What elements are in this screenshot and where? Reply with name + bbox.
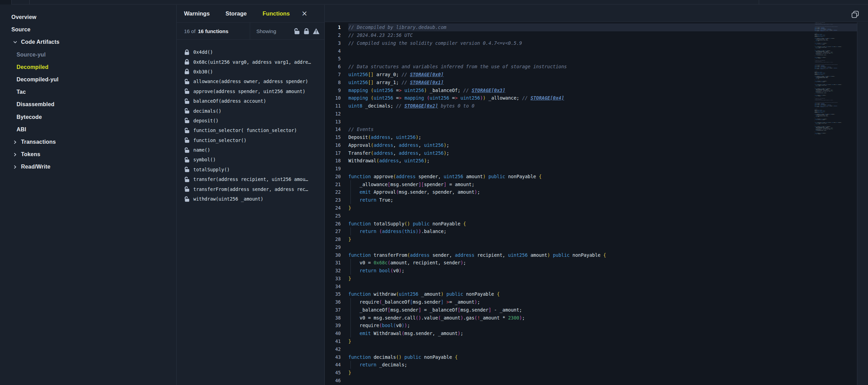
storage-link[interactable]: STORAGE[0x0] [410, 72, 444, 77]
function-row[interactable]: function_selector() [177, 135, 324, 145]
sidebar-item-tac[interactable]: Tac [0, 86, 176, 98]
storage-link[interactable]: STORAGE[0x3] [472, 88, 506, 93]
chevron-right-icon[interactable] [13, 165, 18, 169]
function-row[interactable]: 0x4dd() [177, 47, 324, 57]
code-token: - _amount; [491, 307, 522, 313]
code-token: ; [460, 331, 463, 336]
sidebar-item-read-write[interactable]: Read/Write [0, 161, 176, 173]
line-number: 14 [325, 126, 341, 132]
overview-ruler[interactable] [857, 22, 868, 385]
code-token: { [826, 133, 826, 133]
filter-icons [293, 28, 320, 34]
code-token: > [455, 95, 458, 101]
function-row[interactable]: decimals() [177, 106, 324, 115]
code-token: _decimals; [376, 362, 407, 367]
code-token: ( [396, 291, 399, 297]
function-row[interactable]: approve(address spender, uint256 amount) [177, 87, 324, 96]
code-token: { [826, 57, 826, 58]
code-token: address [374, 142, 393, 148]
function-row[interactable]: transferFrom(address sender, address rec… [177, 184, 324, 194]
code-line-content: mapping (uint256 => mapping (uint256 => … [348, 94, 868, 102]
code-token: ; [447, 150, 449, 156]
sidebar-item-overview[interactable]: Overview [0, 11, 176, 23]
unlock-icon[interactable] [293, 28, 300, 34]
line-number: 38 [325, 315, 341, 321]
function-row[interactable]: symbol() [177, 155, 324, 164]
code-token: ; [828, 40, 828, 40]
function-signature: transferFrom(address sender, address rec… [193, 186, 308, 192]
code-token: ) [405, 323, 407, 328]
storage-link[interactable]: STORAGE[0x2] [820, 31, 824, 31]
code-line: 17Transfer(address, address, uint256); [325, 149, 868, 157]
code-token: ) [401, 323, 404, 328]
copy-icon[interactable] [851, 10, 859, 19]
code-token: function [348, 174, 371, 179]
sidebar-item-source[interactable]: Source [0, 24, 176, 36]
sidebar-item-tokens[interactable]: Tokens [0, 149, 176, 160]
function-row[interactable]: allowance(address owner, address spender… [177, 77, 324, 86]
storage-link[interactable]: STORAGE[0x4] [834, 105, 837, 106]
function-row[interactable]: deposit() [177, 116, 324, 125]
function-row[interactable]: function_selector( function_selector) [177, 125, 324, 135]
code-token: ! [477, 315, 480, 321]
lock-icon [184, 59, 190, 65]
function-row[interactable]: name() [177, 145, 324, 155]
top-strip-left-segment [0, 0, 11, 4]
sidebar-item-source-yul[interactable]: Source-yul [0, 49, 176, 61]
code-token: spender, [416, 174, 443, 179]
chevron-right-icon[interactable] [13, 140, 18, 144]
indent-guide [350, 267, 351, 275]
code-token [424, 95, 427, 101]
minimap[interactable]: // Decompiled by library.dedaub.com// 20… [815, 22, 857, 151]
code-line: 42 [325, 345, 868, 353]
sidebar-item-decompiled[interactable]: Decompiled [0, 61, 176, 73]
sidebar-item-disassembled[interactable]: Disassembled [0, 99, 176, 110]
tab-warnings[interactable]: Warnings [184, 10, 210, 17]
code-area[interactable]: 1// Decompiled by library.dedaub.com2// … [325, 22, 868, 385]
storage-link[interactable]: STORAGE[0x2] [820, 107, 824, 107]
sidebar-item-abi[interactable]: ABI [0, 124, 176, 135]
code-token: } [348, 236, 351, 242]
code-token: ( [407, 252, 410, 258]
function-row[interactable]: totalSupply() [177, 165, 324, 174]
storage-link[interactable]: STORAGE[0x4] [531, 95, 564, 101]
code-line: 15Deposit(address, uint256); [325, 133, 868, 141]
sidebar-item-code-artifacts[interactable]: Code Artifacts [0, 36, 176, 48]
code-token: decimals [371, 354, 396, 360]
warning-icon[interactable] [313, 28, 320, 34]
function-row[interactable]: 0x68c(uint256 varg0, address varg1, addr… [177, 57, 324, 67]
chevron-down-icon[interactable] [13, 40, 18, 44]
code-line: 41} [325, 337, 868, 345]
sidebar-item-transactions[interactable]: Transactions [0, 136, 176, 148]
code-token: { [830, 88, 830, 89]
lock-icon[interactable] [303, 28, 310, 34]
code-token: ) [424, 158, 427, 163]
code-line-content: _allowance[msg.sender][spender] = amount… [348, 180, 868, 188]
tab-storage[interactable]: Storage [226, 10, 247, 17]
function-row[interactable]: transfer(address recipient, uint256 amou… [177, 174, 324, 184]
code-token: , [393, 150, 399, 156]
code-token: _decimals; [818, 134, 821, 134]
sidebar-item-decompiled-yul[interactable]: Decompiled-yul [0, 74, 176, 85]
line-number: 11 [325, 103, 341, 109]
code-token: } [348, 276, 351, 281]
code-line: 38 v0 = msg.sender.call().value(_amount)… [325, 314, 868, 322]
code-token: address [371, 134, 390, 140]
storage-link[interactable]: STORAGE[0x2] [820, 69, 824, 69]
showing-label: Showing [256, 28, 276, 34]
code-token: } [815, 41, 815, 42]
code-token: _decimals; [818, 96, 821, 97]
function-row[interactable]: balanceOf(address account) [177, 96, 324, 106]
tab-functions[interactable]: Functions [263, 10, 290, 17]
storage-link[interactable]: STORAGE[0x4] [834, 68, 837, 68]
storage-link[interactable]: STORAGE[0x2] [405, 103, 438, 109]
sidebar-item-bytecode[interactable]: Bytecode [0, 111, 176, 123]
storage-link[interactable]: STORAGE[0x1] [410, 80, 444, 85]
close-panel-icon[interactable]: × [302, 10, 308, 17]
chevron-right-icon[interactable] [13, 152, 18, 156]
function-row[interactable]: withdraw(uint256 _amount) [177, 194, 324, 204]
sidebar-item-label: Tac [17, 89, 26, 95]
function-row[interactable]: 0xb30() [177, 67, 324, 77]
storage-link[interactable]: STORAGE[0x4] [834, 30, 837, 31]
code-token: ( [379, 323, 382, 328]
